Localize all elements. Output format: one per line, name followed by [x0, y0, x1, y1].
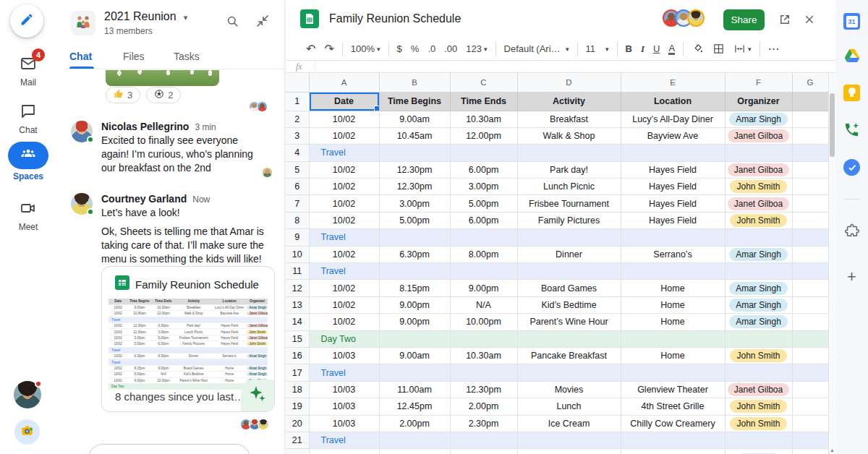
- row-header[interactable]: 8: [286, 212, 309, 228]
- grid-cell[interactable]: [621, 330, 725, 347]
- grid-cell[interactable]: [450, 229, 517, 246]
- grid-cell[interactable]: [450, 263, 517, 280]
- grid-cell[interactable]: Time Ends: [450, 92, 517, 111]
- grid-cell[interactable]: 9.00pm: [379, 314, 450, 330]
- grid-cell[interactable]: 6.30pm: [379, 246, 450, 262]
- grid-cell[interactable]: Janet Gilboa: [725, 161, 792, 178]
- grid-cell[interactable]: [309, 449, 379, 454]
- grid-cell[interactable]: Amar Singh: [725, 296, 792, 313]
- grid-cell[interactable]: 2.00pm: [379, 415, 450, 432]
- grid-cell[interactable]: Hayes Field: [621, 212, 725, 228]
- grid-cell[interactable]: [379, 449, 450, 454]
- avatar[interactable]: [71, 193, 93, 215]
- grid-cell[interactable]: Frisbee Tournament: [517, 195, 621, 212]
- grid-cell[interactable]: Home: [621, 296, 725, 313]
- grid-cell[interactable]: Bayview Ave: [621, 127, 725, 144]
- sidebar-item-spaces[interactable]: Spaces: [0, 142, 56, 181]
- grid-cell[interactable]: Janet Gilboa: [725, 381, 792, 398]
- grid-cell[interactable]: [379, 432, 450, 448]
- grid-cell[interactable]: [450, 432, 517, 448]
- grid-cell[interactable]: 11.00am: [379, 381, 450, 398]
- grid-cell[interactable]: [792, 246, 828, 262]
- grid-cell[interactable]: [621, 229, 725, 246]
- grid-cell[interactable]: [621, 364, 725, 381]
- grid-cell[interactable]: 12.45pm: [379, 398, 450, 415]
- grid-cell[interactable]: [792, 127, 828, 144]
- drive-app-icon[interactable]: [835, 47, 868, 64]
- grid-cell[interactable]: [450, 364, 517, 381]
- row-header[interactable]: 10: [286, 246, 309, 262]
- grid-cell[interactable]: [517, 432, 621, 448]
- grid-cell[interactable]: N/A: [450, 296, 517, 313]
- open-in-new-icon[interactable]: [778, 13, 791, 29]
- column-header[interactable]: E: [621, 73, 725, 92]
- grid-cell[interactable]: [792, 195, 828, 212]
- row-header[interactable]: 1: [286, 92, 309, 111]
- bold-button[interactable]: B: [621, 43, 637, 54]
- grid-cell[interactable]: 6.00pm: [450, 161, 517, 178]
- grid-cell[interactable]: Home: [621, 347, 725, 364]
- grid-cell[interactable]: 10.30am: [450, 347, 517, 364]
- grid-cell[interactable]: [517, 145, 621, 161]
- grid-cell[interactable]: [792, 212, 828, 228]
- grid-cell[interactable]: [792, 229, 828, 246]
- grid-cell[interactable]: [450, 449, 517, 454]
- user-avatar[interactable]: [14, 381, 41, 408]
- grid-cell[interactable]: Travel: [309, 229, 379, 246]
- grid-cell[interactable]: Travel: [309, 263, 379, 280]
- avatar[interactable]: [71, 121, 93, 142]
- row-header[interactable]: 17: [286, 364, 309, 381]
- grid-cell[interactable]: [792, 415, 828, 432]
- grid-cell[interactable]: [517, 263, 621, 280]
- merge-cells-button[interactable]: ▾: [729, 43, 756, 55]
- grid-cell[interactable]: Chilly Cow Creamery: [621, 415, 725, 432]
- grid-cell[interactable]: Lunch: [517, 398, 621, 415]
- grid-cell[interactable]: 10/02: [309, 161, 379, 178]
- grid-cell[interactable]: Time Begins: [379, 92, 450, 111]
- grid-cell[interactable]: 12.30pm: [379, 161, 450, 178]
- grid-cell[interactable]: John Smith: [725, 415, 792, 432]
- grid-cell[interactable]: 8.00pm: [450, 246, 517, 262]
- increase-decimals-button[interactable]: .00: [440, 43, 461, 54]
- grid-cell[interactable]: 10/02: [309, 179, 379, 195]
- grid-cell[interactable]: Pancake Breakfast: [517, 347, 621, 364]
- grid-cell[interactable]: 10.45am: [379, 127, 450, 144]
- grid-cell[interactable]: [379, 364, 450, 381]
- document-title[interactable]: Family Reunion Schedule: [329, 12, 461, 25]
- row-header[interactable]: 22: [286, 449, 309, 454]
- grid-cell[interactable]: [792, 263, 828, 280]
- grid-cell[interactable]: 10/03: [309, 415, 379, 432]
- grid-cell[interactable]: 10/02: [309, 127, 379, 144]
- grid-cell[interactable]: Hayes Field: [621, 161, 725, 178]
- tab-files[interactable]: Files: [123, 51, 145, 62]
- grid-cell[interactable]: 2.30pm: [450, 415, 517, 432]
- row-header[interactable]: 21: [286, 432, 309, 448]
- grid-cell[interactable]: [725, 263, 792, 280]
- grid-cell[interactable]: [517, 364, 621, 381]
- grid-cell[interactable]: 10.30am: [450, 111, 517, 127]
- grid-cell[interactable]: 9.00pm: [450, 280, 517, 296]
- grid-cell[interactable]: Dinner: [517, 246, 621, 262]
- column-header[interactable]: G: [792, 73, 828, 92]
- space-avatar[interactable]: [71, 11, 95, 35]
- grid-cell[interactable]: 10/02: [309, 296, 379, 313]
- grid-cell[interactable]: 10/02: [309, 280, 379, 296]
- grid-cell[interactable]: Walk & Shop: [517, 127, 621, 144]
- grid-cell[interactable]: Activity: [517, 92, 621, 111]
- grid-cell[interactable]: Parent’s Wine Hour: [517, 314, 621, 330]
- grid-cell[interactable]: 10/02: [309, 314, 379, 330]
- grid-cell[interactable]: [517, 449, 621, 454]
- grid-cell[interactable]: 9.00am: [379, 111, 450, 127]
- grid-cell[interactable]: [450, 145, 517, 161]
- grid-cell[interactable]: 10.00pm: [450, 314, 517, 330]
- scrollbar-thumb[interactable]: [830, 93, 835, 157]
- grid-cell[interactable]: Lucy’s All-Day Diner: [621, 111, 725, 127]
- grid-cell[interactable]: Ice Cream: [517, 415, 621, 432]
- grid-cell[interactable]: 12.30pm: [450, 381, 517, 398]
- grid-cell[interactable]: 9.00pm: [379, 296, 450, 313]
- grid-cell[interactable]: 8.15pm: [379, 280, 450, 296]
- grid-cell[interactable]: Park day!: [517, 161, 621, 178]
- row-header[interactable]: 5: [286, 161, 309, 178]
- grid-cell[interactable]: Board Games: [517, 280, 621, 296]
- grid-cell[interactable]: [379, 330, 450, 347]
